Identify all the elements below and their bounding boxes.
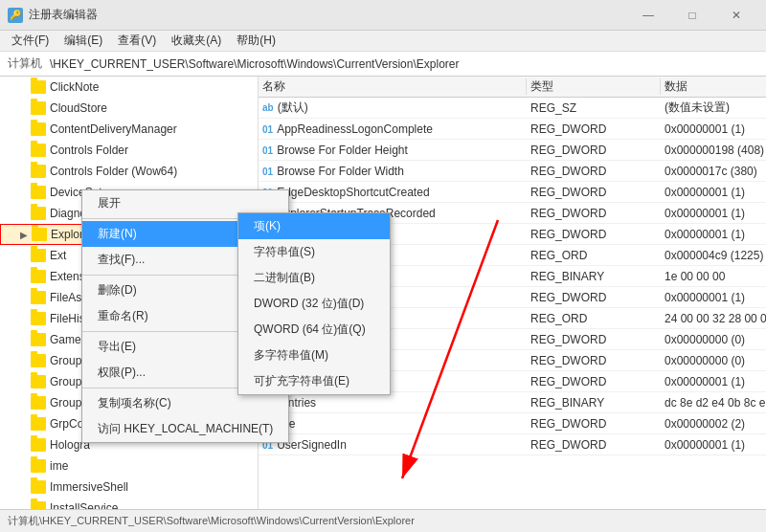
- row-data: 0x00000001 (1): [661, 186, 766, 199]
- tree-item[interactable]: InstallService: [0, 498, 258, 509]
- folder-icon: [31, 375, 46, 388]
- submenu-string[interactable]: 字符串值(S): [238, 239, 390, 265]
- row-data: 0x00000001 (1): [661, 375, 766, 388]
- row-data: (数值未设置): [661, 100, 766, 116]
- tree-item[interactable]: ImmersiveShell: [0, 477, 258, 498]
- tree-arrow: [15, 458, 31, 474]
- table-row[interactable]: ab(默认)REG_SZ(数值未设置): [259, 98, 766, 119]
- reg-icon: 01: [262, 145, 273, 156]
- minimize-button[interactable]: —: [626, 0, 670, 31]
- tree-label: Controls Folder (Wow64): [50, 165, 177, 178]
- submenu-dword32[interactable]: DWORD (32 位)值(D): [238, 291, 390, 317]
- menu-favorites[interactable]: 收藏夹(A): [164, 31, 229, 51]
- row-data: 0x00000001 (1): [661, 207, 766, 220]
- row-type: REG_DWORD: [527, 354, 661, 367]
- row-type: REG_DWORD: [527, 291, 661, 304]
- folder-icon: [31, 333, 46, 346]
- row-name: 01UserSignedIn: [259, 438, 527, 452]
- tree-arrow: [15, 185, 31, 200]
- menu-help[interactable]: 帮助(H): [229, 31, 283, 51]
- tree-arrow: [15, 395, 31, 410]
- tree-arrow: [15, 353, 31, 368]
- tree-arrow: [15, 416, 31, 432]
- folder-icon: [31, 480, 46, 494]
- menu-edit[interactable]: 编辑(E): [56, 31, 110, 51]
- tree-label: ContentDeliveryManager: [50, 122, 177, 136]
- folder-icon: [32, 228, 47, 241]
- tree-arrow: [15, 290, 31, 305]
- folder-icon: [31, 501, 46, 509]
- menu-view[interactable]: 查看(V): [110, 31, 164, 51]
- row-data: 0x000004c9 (1225): [661, 249, 766, 262]
- tree-arrow: [15, 374, 31, 389]
- folder-icon: [31, 312, 46, 325]
- row-name: 01AppReadinessLogonComplete: [259, 122, 527, 136]
- tree-item[interactable]: CloudStore: [0, 98, 258, 119]
- row-name: 01EdgeDesktopShortcutCreated: [259, 186, 527, 199]
- tree-item[interactable]: ime: [0, 455, 258, 477]
- ctx-access[interactable]: 访问 HKEY_LOCAL_MACHINE(T): [82, 416, 288, 442]
- menu-file[interactable]: 文件(F): [4, 31, 56, 51]
- row-data: 0x0000017c (380): [661, 165, 766, 178]
- folder-icon: [31, 207, 46, 220]
- table-row[interactable]: 01Browse For Folder WidthREG_DWORD0x0000…: [259, 161, 766, 182]
- folder-icon: [31, 186, 46, 199]
- row-type: REG_DWORD: [527, 375, 661, 388]
- folder-icon: [31, 396, 46, 410]
- row-type: REG_DWORD: [527, 186, 661, 199]
- window-controls: — □ ✕: [626, 0, 758, 31]
- submenu-expandstring[interactable]: 可扩充字符串值(E): [238, 368, 390, 394]
- row-data: 0x000000198 (408): [661, 144, 766, 157]
- submenu-binary[interactable]: 二进制值(B): [238, 265, 390, 291]
- table-row[interactable]: ■...entriesREG_BINARYdc 8e d2 e4 0b 8c e…: [259, 392, 766, 413]
- tree-arrow: [15, 500, 31, 509]
- table-row[interactable]: 01UserSignedInREG_DWORD0x00000001 (1): [259, 434, 766, 455]
- address-label: 计算机: [8, 55, 42, 72]
- tree-label: ImmersiveShell: [50, 480, 128, 494]
- tree-item[interactable]: Controls Folder: [0, 140, 258, 161]
- table-row[interactable]: 01Browse For Folder HeightREG_DWORD0x000…: [259, 140, 766, 161]
- address-path: \HKEY_CURRENT_USER\Software\Microsoft\Wi…: [50, 57, 459, 71]
- row-data: 0x00000001 (1): [661, 291, 766, 304]
- window-title: 注册表编辑器: [29, 7, 626, 23]
- submenu-key[interactable]: 项(K): [238, 213, 390, 239]
- tree-label: ClickNote: [50, 80, 99, 94]
- submenu-qword64[interactable]: QWORD (64 位)值(Q): [238, 317, 390, 343]
- tree-arrow: [15, 479, 31, 495]
- close-button[interactable]: ✕: [714, 0, 758, 31]
- row-name: ■...entries: [259, 396, 527, 410]
- app-icon: 🔑: [8, 8, 23, 23]
- table-row[interactable]: 01EdgeDesktopShortcutCreatedREG_DWORD0x0…: [259, 182, 766, 203]
- maximize-button[interactable]: □: [670, 0, 714, 31]
- folder-icon: [31, 101, 46, 115]
- tree-arrow[interactable]: ▶: [16, 227, 32, 242]
- tree-arrow: [15, 79, 31, 95]
- row-type: REG_DWORD: [527, 333, 661, 346]
- row-name: 01Browse For Folder Width: [259, 165, 527, 178]
- row-type: REG_DWORD: [527, 228, 661, 241]
- status-text: 计算机\HKEY_CURRENT_USER\Software\Microsoft…: [8, 514, 415, 528]
- col-header-type: 类型: [527, 78, 661, 95]
- row-type: REG_BINARY: [527, 270, 661, 283]
- row-type: REG_SZ: [527, 101, 661, 115]
- row-data: 0x00000001 (1): [661, 228, 766, 241]
- tree-label: Controls Folder: [50, 144, 128, 157]
- row-type: REG_DWORD: [527, 165, 661, 178]
- row-data: 0x00000000 (0): [661, 333, 766, 346]
- tree-arrow: [15, 164, 31, 179]
- table-row[interactable]: 01AppReadinessLogonCompleteREG_DWORD0x00…: [259, 119, 766, 140]
- row-type: REG_DWORD: [527, 122, 661, 136]
- tree-item[interactable]: ContentDeliveryManager: [0, 119, 258, 140]
- table-row[interactable]: 01imeREG_DWORD0x00000002 (2): [259, 413, 766, 434]
- tree-item[interactable]: ClickNote: [0, 77, 258, 98]
- tree-item[interactable]: Controls Folder (Wow64): [0, 161, 258, 182]
- row-data: 0x00000002 (2): [661, 417, 766, 431]
- tree-arrow: [15, 100, 31, 116]
- folder-icon: [31, 122, 46, 136]
- row-data: 0x00000001 (1): [661, 438, 766, 452]
- folder-icon: [31, 417, 46, 431]
- folder-icon: [31, 270, 46, 283]
- submenu-multistring[interactable]: 多字符串值(M): [238, 343, 390, 368]
- tree-label: CloudStore: [50, 101, 107, 115]
- tree-label: InstallService: [50, 501, 118, 509]
